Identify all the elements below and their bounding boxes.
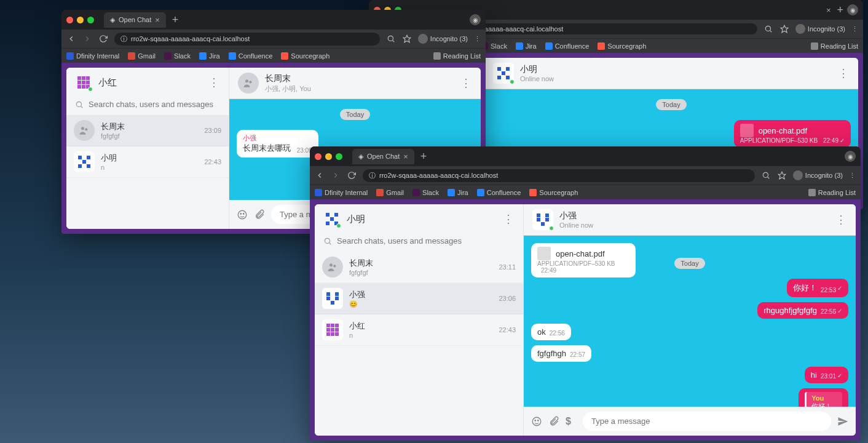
reading-list-button[interactable]: Reading List (811, 42, 858, 50)
bookmark-confluence[interactable]: Confluence (545, 42, 590, 50)
reload-icon[interactable] (98, 34, 108, 44)
incognito-badge[interactable]: Incognito (3) (793, 170, 843, 180)
svg-point-3 (388, 36, 393, 41)
search-input[interactable] (89, 100, 220, 109)
search-input[interactable] (337, 236, 515, 245)
message-bubble[interactable]: rhgughfjgfgfgfg22:56✓ (757, 302, 848, 319)
attachment-icon[interactable] (548, 416, 559, 427)
close-tab-icon[interactable]: × (155, 15, 160, 25)
back-icon[interactable] (66, 34, 76, 44)
user-avatar[interactable] (323, 210, 341, 228)
emoji-icon[interactable] (531, 416, 542, 427)
more-icon[interactable]: ⋮ (208, 76, 220, 89)
svg-point-18 (325, 238, 329, 243)
chat-item[interactable]: 小明 n 22:43 (66, 146, 229, 178)
dollar-icon[interactable]: $ (566, 416, 577, 427)
convo-more-icon[interactable]: ⋮ (838, 66, 850, 80)
reading-list-button[interactable]: Reading List (808, 189, 856, 196)
compose-input[interactable] (583, 412, 831, 431)
bookmark-sourcegraph[interactable]: Sourcegraph (529, 189, 578, 196)
incognito-badge[interactable]: Incognito (3) (795, 24, 845, 34)
bookmark-gmail[interactable]: Gmail (376, 189, 404, 196)
message-bubble[interactable]: open-chat.pdf APPLICATION/PDF–530 KB 22:… (734, 120, 851, 148)
convo-avatar (493, 63, 514, 84)
profile-icon[interactable]: ◉ (470, 14, 481, 25)
bookmark-sourcegraph[interactable]: Sourcegraph (598, 42, 646, 50)
bookmark-sourcegraph[interactable]: Sourcegraph (281, 52, 329, 60)
bookmark-star-icon[interactable] (777, 170, 787, 180)
svg-point-23 (535, 420, 536, 421)
url-text[interactable]: rro2w-sqaaa-aaaaa-aaacq-cai.localhost (131, 35, 250, 42)
search-icon[interactable] (763, 24, 773, 34)
message-bubble[interactable]: You 你好！ 😊 23:06✓ (799, 388, 848, 407)
convo-subtitle: 小强, 小明, You (265, 84, 311, 94)
reading-list-button[interactable]: Reading List (433, 52, 481, 60)
convo-subtitle: Online now (520, 75, 554, 82)
convo-avatar (532, 209, 553, 230)
emoji-icon[interactable] (237, 209, 248, 220)
new-tab-button[interactable]: + (172, 14, 179, 25)
tab[interactable]: ◈ Open Chat × (104, 12, 166, 28)
attachment-icon[interactable] (254, 209, 265, 220)
message-bubble[interactable]: hi23:01✓ (805, 367, 848, 383)
file-icon (740, 124, 754, 137)
svg-marker-17 (778, 172, 786, 179)
url-text[interactable]: rro2w-sqaaa-aaaaa-aaacq-cai.localhost (379, 172, 498, 179)
more-icon[interactable]: ⋮ (503, 212, 515, 226)
bookmark-jira[interactable]: Jira (516, 42, 537, 50)
new-tab-button[interactable]: + (420, 151, 427, 162)
user-avatar[interactable] (75, 74, 92, 91)
svg-point-10 (245, 79, 248, 82)
search-icon[interactable] (761, 170, 771, 180)
browser-menu-icon[interactable]: ⋮ (849, 172, 856, 180)
incognito-badge[interactable]: Incognito (3) (418, 34, 468, 44)
bookmark-confluence[interactable]: Confluence (229, 52, 273, 60)
close-tab-icon[interactable]: × (403, 152, 408, 161)
bookmark-slack[interactable]: Slack (164, 52, 191, 60)
search-icon[interactable] (386, 34, 396, 44)
chat-item[interactable]: 小强 😊 23:06 (315, 283, 523, 314)
bookmark-slack[interactable]: Slack (412, 189, 439, 196)
svg-point-22 (532, 417, 541, 426)
send-icon[interactable] (837, 416, 848, 427)
bookmark-dfinity[interactable]: Dfinity Internal (66, 52, 119, 60)
back-icon[interactable] (315, 170, 325, 180)
tab-title: Open Chat (367, 153, 400, 160)
svg-point-20 (329, 263, 333, 266)
svg-line-7 (81, 106, 82, 108)
url-text[interactable]: a-aaaaa-aaacq-cai.localhost (478, 25, 563, 33)
chat-avatar (74, 151, 95, 172)
chat-item[interactable]: 小红 n 22:43 (315, 314, 523, 346)
browser-menu-icon[interactable]: ⋮ (851, 25, 858, 33)
date-pill: Today (674, 258, 704, 269)
profile-icon[interactable]: ◉ (847, 4, 858, 15)
browser-menu-icon[interactable]: ⋮ (474, 35, 481, 43)
chat-item[interactable]: 长周末 fgfgfgf 23:11 (315, 252, 523, 283)
chat-item[interactable]: 长周末 fgfgfgf 23:09 (66, 115, 229, 146)
bookmark-dfinity[interactable]: Dfinity Internal (315, 189, 368, 196)
close-tab-icon[interactable]: × (826, 6, 831, 15)
convo-more-icon[interactable]: ⋮ (460, 76, 472, 90)
message-bubble[interactable]: ok22:56 (531, 324, 571, 340)
tab[interactable]: ◈ Open Chat × (352, 149, 414, 164)
lock-icon[interactable]: ⓘ (369, 171, 376, 180)
bookmark-star-icon[interactable] (779, 24, 789, 34)
bookmark-gmail[interactable]: Gmail (128, 52, 156, 60)
message-bubble[interactable]: fgfgfhgh22:57 (531, 345, 591, 362)
lock-icon[interactable]: ⓘ (120, 34, 127, 44)
convo-more-icon[interactable]: ⋮ (835, 213, 847, 226)
bookmark-confluence[interactable]: Confluence (477, 189, 521, 196)
message-bubble[interactable]: 小强 长周末去哪玩 23:09 (237, 130, 318, 158)
new-tab-button[interactable]: + (837, 4, 843, 15)
profile-icon[interactable]: ◉ (845, 151, 856, 162)
message-bubble[interactable]: 你好！22:53✓ (787, 279, 848, 297)
bookmark-jira[interactable]: Jira (199, 52, 220, 60)
convo-avatar (238, 73, 259, 94)
convo-title: 长周末 (265, 73, 311, 84)
message-bubble[interactable]: open-chat.pdf APPLICATION/PDF–530 KB 22:… (531, 243, 636, 277)
svg-marker-2 (781, 25, 788, 33)
svg-point-8 (81, 127, 84, 130)
reload-icon[interactable] (347, 170, 357, 180)
bookmark-jira[interactable]: Jira (448, 189, 468, 196)
bookmark-star-icon[interactable] (402, 34, 412, 44)
